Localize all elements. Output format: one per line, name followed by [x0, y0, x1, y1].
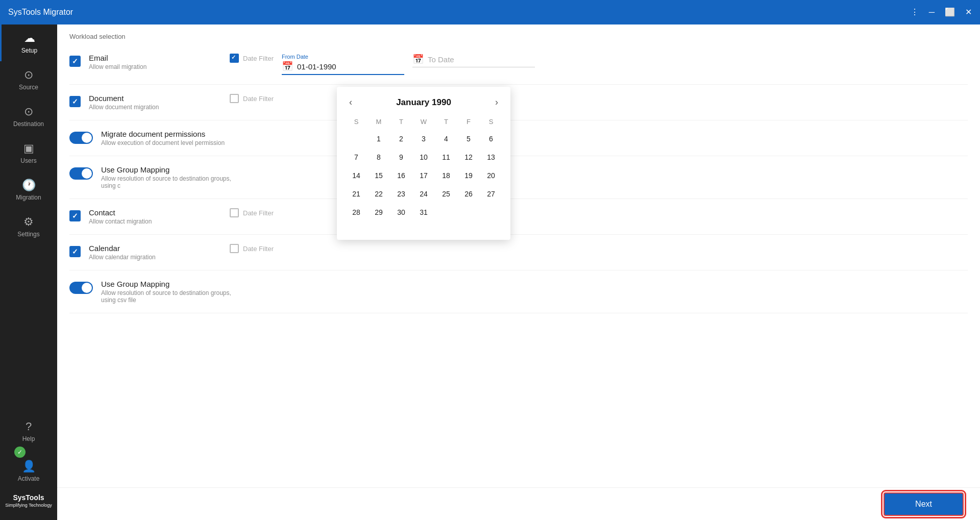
app-title: SysTools Migrator — [8, 8, 911, 17]
calendar-day-11[interactable]: 11 — [435, 148, 457, 166]
more-icon[interactable]: ⋮ — [911, 8, 919, 16]
calendar-prev-button[interactable]: ‹ — [345, 95, 356, 110]
document-filter: Date Filter — [230, 94, 274, 103]
sidebar-item-activate[interactable]: ✓ 👤 Activate — [0, 450, 57, 489]
sidebar-label-users: Users — [20, 157, 36, 164]
calendar-day-9[interactable]: 9 — [390, 148, 412, 166]
calendar-day-4[interactable]: 4 — [435, 130, 457, 148]
to-date-calendar-icon[interactable]: 📅 — [412, 54, 424, 65]
email-filter-label: Date Filter — [243, 55, 274, 62]
sidebar-bottom: ? Help ✓ 👤 Activate SysTools Simplifying… — [0, 413, 57, 512]
row-group-mapping-2: Use Group Mapping Allow resolution of so… — [69, 270, 968, 313]
from-date-input[interactable]: 📅 01-01-1990 — [282, 61, 404, 75]
group-mapping-2-toggle[interactable] — [69, 282, 93, 294]
calendar-day-17[interactable]: 17 — [412, 166, 435, 185]
group-mapping-2-toggle-wrap[interactable] — [69, 282, 93, 294]
calendar-filter: Date Filter — [230, 244, 274, 253]
calendar-day-23[interactable]: 23 — [390, 185, 412, 203]
calendar-day-6[interactable]: 6 — [480, 130, 502, 148]
calendar-day-10[interactable]: 10 — [412, 148, 435, 166]
sidebar-item-destination[interactable]: ⊙ Destination — [0, 98, 57, 135]
group-mapping-2-subtitle: Allow resolution of source to destinatio… — [101, 289, 234, 304]
calendar-day-12[interactable]: 12 — [457, 148, 480, 166]
calendar-day-30[interactable]: 30 — [390, 203, 412, 221]
sidebar-item-source[interactable]: ⊙ Source — [0, 61, 57, 98]
close-icon[interactable]: ✕ — [965, 8, 972, 16]
calendar-day-26[interactable]: 26 — [457, 185, 480, 203]
calendar-day-20[interactable]: 20 — [480, 166, 502, 185]
calendar-day-16[interactable]: 16 — [390, 166, 412, 185]
to-date-input[interactable]: 📅 To Date — [412, 54, 535, 67]
cloud-icon: ☁ — [24, 32, 35, 45]
workload-label: Workload selection — [57, 24, 980, 44]
email-info: Email Allow email migration — [89, 54, 222, 70]
group-mapping-1-toggle-wrap[interactable] — [69, 167, 93, 180]
calendar-title: Calendar — [89, 244, 222, 253]
calendar-day-19[interactable]: 19 — [457, 166, 480, 185]
calendar-day-3[interactable]: 3 — [412, 130, 435, 148]
calendar-date-filter-checkbox[interactable] — [230, 244, 239, 253]
maximize-icon[interactable]: ⬜ — [945, 8, 955, 16]
calendar-day-25[interactable]: 25 — [435, 185, 457, 203]
calendar-day-29[interactable]: 29 — [368, 203, 390, 221]
sidebar-item-settings[interactable]: ⚙ Settings — [0, 208, 57, 245]
calendar-day-24[interactable]: 24 — [412, 185, 435, 203]
sidebar-item-users[interactable]: ▣ Users — [0, 135, 57, 171]
calendar-day-28[interactable]: 28 — [345, 203, 368, 221]
calendar-day-empty — [457, 203, 480, 221]
email-filter: Date Filter — [230, 54, 274, 63]
contact-date-filter-checkbox[interactable] — [230, 208, 239, 217]
document-date-filter-checkbox[interactable] — [230, 94, 239, 103]
sidebar-item-migration[interactable]: 🕐 Migration — [0, 171, 57, 208]
sidebar-label-help: Help — [22, 435, 35, 442]
to-date-wrap: 📅 To Date — [412, 54, 535, 67]
next-button[interactable]: Next — [884, 492, 964, 516]
from-date-calendar-icon[interactable]: 📅 — [282, 61, 293, 72]
email-cb-icon[interactable] — [69, 56, 81, 67]
row-document: Document Allow document migration Date F… — [69, 85, 968, 120]
calendar-day-31[interactable]: 31 — [412, 203, 435, 221]
calendar-day-7[interactable]: 7 — [345, 148, 368, 166]
calendar-next-button[interactable]: › — [491, 95, 502, 110]
calendar-checkbox[interactable] — [69, 246, 81, 257]
group-mapping-2-info: Use Group Mapping Allow resolution of so… — [101, 280, 234, 304]
calendar-day-13[interactable]: 13 — [480, 148, 502, 166]
calendar-day-empty — [435, 203, 457, 221]
row-email: Email Allow email migration Date Filter … — [69, 44, 968, 85]
workload-list: Email Allow email migration Date Filter … — [57, 44, 980, 487]
contact-cb-icon[interactable] — [69, 210, 81, 221]
calendar-days: 1234567891011121314151617181920212223242… — [345, 130, 502, 232]
migration-icon: 🕐 — [22, 179, 36, 192]
doc-perm-toggle[interactable] — [69, 132, 93, 144]
contact-subtitle: Allow contact migration — [89, 218, 222, 225]
destination-icon: ⊙ — [24, 105, 33, 118]
calendar-day-18[interactable]: 18 — [435, 166, 457, 185]
calendar-day-5[interactable]: 5 — [457, 130, 480, 148]
calendar-day-empty — [368, 221, 390, 232]
calendar-day-21[interactable]: 21 — [345, 185, 368, 203]
calendar-day-14[interactable]: 14 — [345, 166, 368, 185]
calendar-day-2[interactable]: 2 — [390, 130, 412, 148]
document-cb-icon[interactable] — [69, 96, 81, 107]
sidebar-item-setup[interactable]: ☁ Setup — [0, 24, 57, 61]
document-info: Document Allow document migration — [89, 94, 222, 111]
calendar-day-15[interactable]: 15 — [368, 166, 390, 185]
document-checkbox[interactable] — [69, 96, 81, 107]
group-mapping-1-title: Use Group Mapping — [101, 165, 234, 174]
doc-perm-toggle-wrap[interactable] — [69, 132, 93, 144]
calendar-day-22[interactable]: 22 — [368, 185, 390, 203]
minimize-icon[interactable]: ─ — [929, 8, 935, 16]
email-date-filter-checkbox[interactable] — [230, 54, 239, 63]
sidebar-item-help[interactable]: ? Help — [0, 413, 57, 450]
calendar-day-8[interactable]: 8 — [368, 148, 390, 166]
calendar-cb-icon[interactable] — [69, 246, 81, 257]
calendar-day-1[interactable]: 1 — [368, 130, 390, 148]
calendar-day-27[interactable]: 27 — [480, 185, 502, 203]
calendar-day-empty — [345, 130, 368, 148]
activate-badge: ✓ — [14, 447, 26, 458]
group-mapping-1-toggle[interactable] — [69, 167, 93, 180]
contact-filter: Date Filter — [230, 208, 274, 217]
contact-checkbox[interactable] — [69, 210, 81, 221]
email-checkbox[interactable] — [69, 56, 81, 67]
to-date-label: To Date — [428, 55, 535, 64]
